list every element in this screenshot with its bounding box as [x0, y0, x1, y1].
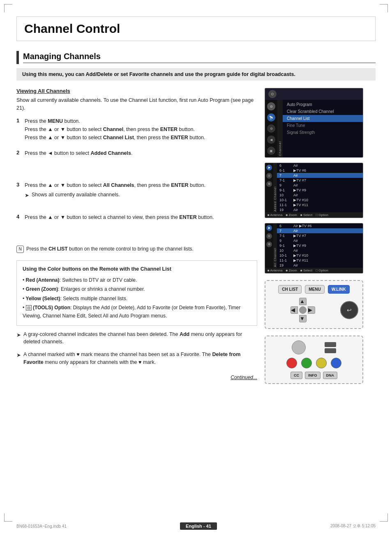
added-channel-label: Added Channel: [273, 163, 277, 212]
menu-item-clear: Clear Scrambled Channel: [283, 108, 363, 115]
remote-bottom-btns: CC INFO DNA: [271, 372, 357, 379]
added-ch-sidebar: ▶ ⊙ ⚙: [265, 163, 273, 212]
ch-row-6-1: 6-1▶TV #6: [277, 168, 363, 173]
btn-green[interactable]: [301, 358, 312, 368]
footer-antenna: ■ Antenna: [267, 213, 282, 217]
step-3-num: 3: [16, 181, 25, 188]
note-icon: N: [16, 246, 24, 253]
note-line: N Press the CH LIST button on the remote…: [16, 245, 257, 253]
corner-br: [380, 513, 388, 522]
btn-red[interactable]: [286, 358, 297, 368]
ch-row-11-1: 11-1▶TV #11: [277, 202, 363, 207]
ch-row-9: 9Air: [277, 183, 363, 188]
color-item-yellow: • Yellow (Select): Selects multiple chan…: [23, 294, 251, 303]
remote-dpad: ▲ ▼ ◀ ▶: [291, 298, 315, 322]
step-4: 4 Press the ▲ or ▼ button to select a ch…: [16, 213, 257, 238]
all-icon-2: ⊙: [266, 233, 272, 239]
color-item-green: • Green (Zoom): Enlarges or shrinks a ch…: [23, 285, 251, 293]
all-ch-sidebar: ▶ ⊙ ⚙: [265, 223, 273, 268]
remote-round-btn[interactable]: ↩: [340, 301, 358, 319]
left-column: Viewing All Channels Show all currently …: [16, 88, 257, 384]
step-3-content: Press the ▲ or ▼ button to select All Ch…: [25, 181, 257, 205]
tv-icon-3: ⚙: [267, 124, 275, 133]
added-channel-list: ▶ ⊙ ⚙ Added Channel 6Air 6-1▶TV #6 7Air …: [265, 163, 363, 218]
menu-btn[interactable]: MENU: [305, 285, 324, 294]
color-section: Using the Color buttons on the Remote wi…: [16, 260, 257, 326]
tip-arrow-1: ➤: [16, 331, 21, 339]
tv-menu-screenshot: ⊙ ⊙ 📡 ⚙ ◀ ▣ Channel: [265, 88, 363, 158]
menu-item-auto: Auto Program: [283, 101, 363, 108]
remote-top-icons: [271, 340, 357, 354]
btn-info[interactable]: INFO: [305, 372, 321, 379]
step-2-content: Press the ◄ button to select Added Chann…: [25, 149, 257, 157]
tip-arrow-2: ➤: [16, 351, 21, 359]
ch-row-10: 10Air: [277, 193, 363, 198]
tip-text-2: A channel marked with ♥ mark means the c…: [23, 351, 257, 366]
tv-sidebar: ⊙ 📡 ⚙ ◀ ▣: [265, 100, 277, 157]
channel-vertical-label: Channel: [277, 100, 283, 157]
tv-icon-5: ▣: [267, 147, 275, 155]
btn-cc[interactable]: CC: [291, 372, 302, 379]
step-4-num: 4: [16, 213, 25, 220]
ch-row-7-1: 7-1▶TV #7: [277, 178, 363, 183]
tv-menu-items: Auto Program Clear Scrambled Channel Cha…: [283, 100, 363, 157]
corner-tl: [4, 4, 12, 12]
dpad-right[interactable]: ▶: [308, 306, 315, 314]
remote-mid-row: ▲ ▼ ◀ ▶ ↩: [270, 296, 358, 324]
all-row-19: 19Air: [277, 263, 363, 268]
color-remote-box: CC INFO DNA: [265, 336, 363, 384]
color-section-title: Using the Color buttons on the Remote wi…: [23, 265, 251, 274]
all-row-11-1: 11-1▶TV #11: [277, 258, 363, 263]
content-area: Viewing All Channels Show all currently …: [16, 88, 376, 384]
dpad-left[interactable]: ◀: [291, 306, 298, 314]
all-row-10: 10Air: [277, 248, 363, 253]
steps-list: 1 Press the MENU button. Press the ▲ or …: [16, 117, 257, 238]
btn-dna[interactable]: DNA: [323, 372, 338, 379]
section-accent: [16, 51, 19, 64]
all-footer-zoom: ■ Zoom: [286, 269, 297, 272]
continued: Continued...: [16, 375, 257, 380]
subsection-heading: Viewing All Channels: [16, 88, 257, 94]
remote-icon-a: [325, 342, 336, 347]
section-title: Managing Channels: [23, 52, 376, 63]
tip-arrow-3: ➤: [25, 191, 29, 200]
tips-section: ➤ A gray-colored channel indicates the c…: [16, 331, 257, 366]
ch-row-10-1: 10-1▶TV #10: [277, 198, 363, 202]
added-channel-outer: ▶ ⊙ ⚙ Added Channel 6Air 6-1▶TV #6 7Air …: [265, 163, 363, 212]
added-icon-3: ⚙: [266, 181, 272, 187]
page-bottom: BN68-01653A~Eng.indb 41 English - 41 200…: [0, 522, 392, 530]
dpad-up[interactable]: ▲: [299, 298, 307, 305]
ch-row-6: 6Air: [277, 163, 363, 168]
wlink-btn[interactable]: W.LINK: [328, 285, 350, 294]
step-1: 1 Press the MENU button. Press the ▲ or …: [16, 117, 257, 142]
btn-blue[interactable]: [331, 358, 341, 368]
step-1-content: Press the MENU button. Press the ▲ or ▼ …: [25, 117, 257, 142]
ch-row-7: 7Air: [277, 173, 363, 178]
step-3: 3 Press the ▲ or ▼ button to select All …: [16, 181, 257, 206]
tv-icon-1: ⊙: [267, 102, 275, 110]
added-icon-1: ▶: [266, 165, 272, 170]
all-row-9: 9Air: [277, 238, 363, 243]
step-2: 2 Press the ◄ button to select Added Cha…: [16, 149, 257, 174]
dpad-down[interactable]: ▼: [299, 315, 307, 322]
added-ch-footer: ■ Antenna ■ Zoom ■ Select □ Option: [265, 212, 363, 218]
remote-box: CH LIST MENU W.LINK ▲ ▼ ◀ ▶ ↩: [265, 280, 363, 329]
ch-list-btn[interactable]: CH LIST: [278, 285, 302, 294]
subsection-desc: Show all currently available channels. T…: [16, 97, 257, 112]
all-icon-1: ▶: [266, 225, 272, 231]
dpad-center[interactable]: [299, 306, 307, 314]
color-buttons-row: [271, 358, 357, 368]
right-column: ⊙ ⊙ 📡 ⚙ ◀ ▣ Channel: [265, 88, 376, 384]
all-row-7-1: 7-1▶TV #7: [277, 233, 363, 238]
color-item-tools: • ⊟ (TOOLS) Option: Displays the Add (or…: [23, 303, 251, 320]
remote-right-icons: [325, 342, 336, 353]
btn-yellow[interactable]: [316, 358, 327, 368]
section-title-bar: Managing Channels: [16, 51, 376, 64]
footer-option: □ Option: [316, 213, 328, 217]
all-footer-option: □ Option: [316, 269, 328, 272]
page-title: Channel Control: [24, 22, 368, 36]
tip-1: ➤ A gray-colored channel indicates the c…: [16, 331, 257, 346]
page-file: BN68-01653A~Eng.indb 41: [16, 524, 67, 529]
note-text: Press the CH LIST button on the remote c…: [26, 245, 194, 253]
remote-icon-b: [325, 348, 336, 353]
